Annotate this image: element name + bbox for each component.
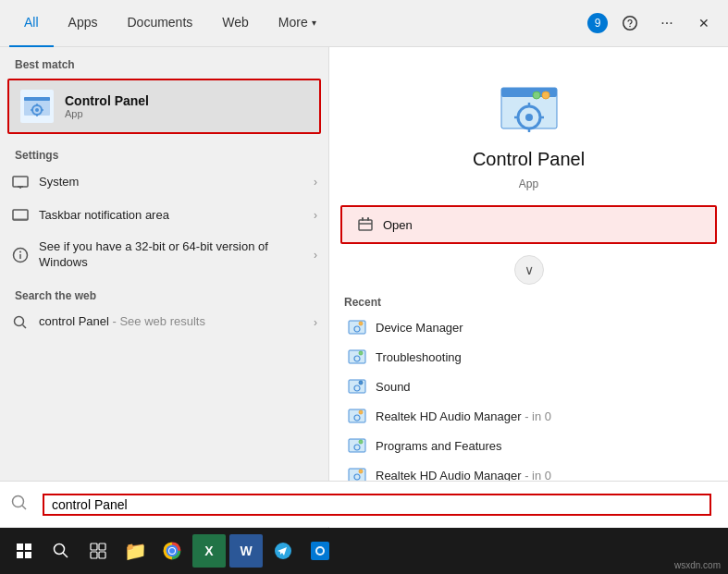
recent-item-label: Realtek HD Audio Manager - in 0 [376,409,551,423]
recent-item-icon [348,318,366,336]
tab-all[interactable]: All [9,0,54,47]
svg-rect-54 [17,543,23,550]
tab-apps[interactable]: Apps [54,0,113,47]
svg-rect-62 [91,552,97,558]
chevron-down-icon: ▾ [312,18,316,28]
best-match-item[interactable]: Control Panel App [7,79,321,134]
chrome-button[interactable] [155,534,189,568]
best-match-subtitle: App [65,108,149,119]
arrow-icon: › [314,316,317,329]
system-label: System [39,175,304,190]
svg-rect-61 [99,543,105,550]
arrow-icon: › [314,176,317,189]
search-input-border [43,494,711,516]
tab-bar-right: 9 ··· ✕ [587,8,719,38]
search-web-icon [11,313,30,332]
web-search-text: control Panel - See web results [39,314,304,330]
arrow-icon: › [314,249,317,262]
right-panel: Control Panel App Open ∨ [328,47,728,528]
taskbar-label: Taskbar notification area [39,208,304,224]
telegram-button[interactable] [266,534,300,568]
search-bar [0,481,728,527]
best-match-label: Best match [0,47,328,75]
recent-programs-features[interactable]: Programs and Features [344,431,713,460]
svg-line-53 [22,506,26,509]
tab-documents[interactable]: Documents [112,0,207,47]
taskbar-icon-small [11,206,30,225]
svg-point-42 [359,381,363,385]
info-icon [11,246,30,264]
settings-bitversion-item[interactable]: See if you have a 32-bit or 64-bit versi… [0,232,328,278]
tab-bar: All Apps Documents Web More ▾ 9 [0,0,728,47]
recent-realtek-1[interactable]: Realtek HD Audio Manager - in 0 [344,401,713,431]
recent-device-manager[interactable]: Device Manager [344,312,713,342]
recent-section: Recent Device Manager Trouble [329,292,728,494]
svg-rect-56 [17,552,23,558]
recent-item-icon [348,407,366,425]
svg-rect-55 [25,543,31,550]
settings-system-item[interactable]: System › [0,165,328,199]
expand-button[interactable]: ∨ [514,255,544,285]
svg-point-39 [359,351,363,355]
svg-point-29 [542,92,549,99]
app-big-icon [496,75,562,141]
svg-point-30 [533,92,540,99]
svg-rect-33 [367,217,369,221]
svg-rect-10 [13,177,28,187]
svg-point-52 [13,495,24,507]
recent-item-label: Troubleshooting [376,350,462,364]
svg-rect-63 [99,552,105,558]
svg-rect-31 [359,220,372,230]
open-button-container: Open [340,205,717,244]
watermark: wsxdn.com [674,560,721,570]
recent-item-icon [348,348,366,366]
settings-taskbar-item[interactable]: Taskbar notification area › [0,199,328,232]
photos-button[interactable] [303,534,337,568]
start-button[interactable] [7,534,41,568]
recent-item-icon [348,436,366,455]
svg-point-58 [55,544,65,555]
arrow-icon: › [314,209,317,222]
expand-button-container: ∨ [329,255,728,285]
task-view-button[interactable] [81,534,115,568]
tab-web[interactable]: Web [207,0,264,47]
open-icon [357,216,374,233]
close-button[interactable]: ✕ [689,8,719,38]
recent-item-label: Programs and Features [376,439,502,453]
chevron-down-icon: ∨ [524,263,534,277]
svg-rect-14 [13,218,28,220]
file-explorer-button[interactable]: 📁 [118,534,152,568]
recent-label: Recent [344,296,713,309]
web-search-item[interactable]: control Panel - See web results › [0,306,328,339]
svg-line-19 [23,324,27,328]
excel-button[interactable]: X [192,534,226,568]
svg-point-48 [359,440,363,444]
app-subtitle: App [519,177,538,190]
svg-rect-57 [25,552,31,558]
app-detail-header: Control Panel App [329,47,728,205]
search-web-label: Search the web [0,278,328,306]
system-icon [11,173,30,191]
taskbar: 📁 X W [0,528,728,574]
svg-point-24 [525,114,533,121]
svg-point-36 [359,322,363,325]
svg-point-45 [359,410,363,414]
tab-more[interactable]: More ▾ [264,0,331,47]
search-input[interactable] [52,497,702,512]
feedback-button[interactable] [615,8,645,38]
recent-troubleshooting[interactable]: Troubleshooting [344,342,713,372]
svg-rect-3 [24,97,50,101]
svg-point-51 [359,470,363,473]
svg-point-5 [35,108,39,112]
main-content: Best match [0,47,728,528]
svg-point-17 [19,250,21,252]
svg-point-70 [317,548,323,554]
recent-item-icon [348,377,366,396]
more-options-button[interactable]: ··· [652,8,682,38]
recent-sound[interactable]: Sound [344,372,713,401]
svg-point-66 [169,548,175,554]
open-button[interactable]: Open [342,207,715,242]
word-button[interactable]: W [229,534,263,568]
taskbar-search-button[interactable] [44,534,78,568]
left-panel: Best match [0,47,328,528]
